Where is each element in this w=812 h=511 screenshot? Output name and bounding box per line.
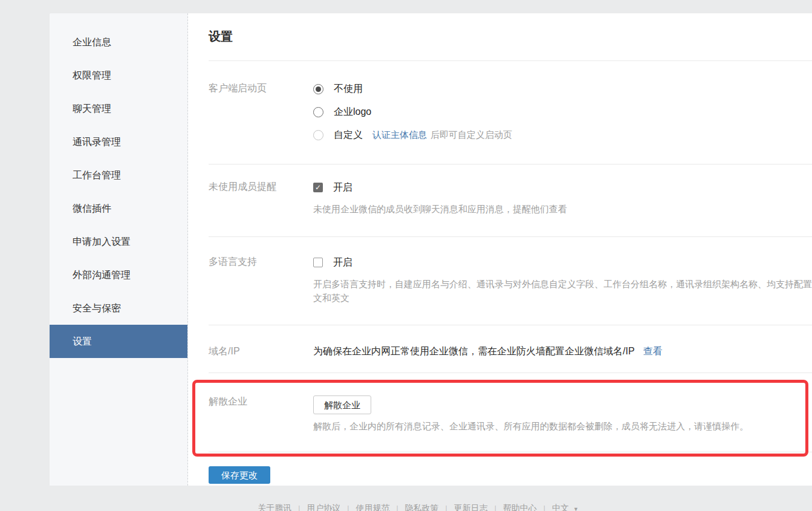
sidebar-item-chat-mgmt[interactable]: 聊天管理	[50, 92, 187, 125]
custom-option-hint: 后即可自定义启动页	[430, 129, 512, 141]
footer-separator: |	[488, 504, 503, 511]
footer-separator: |	[291, 504, 307, 511]
dissolve-enterprise-button[interactable]: 解散企业	[313, 395, 371, 414]
radio-option-no-use[interactable]: 不使用	[313, 81, 812, 97]
footer-link-privacy-policy[interactable]: 隐私政策	[405, 503, 439, 511]
checkbox-checked-icon[interactable]: ✓	[313, 183, 323, 192]
main-content: 设置 客户端启动页 不使用 企业logo 自定义 认证主体信息 后即可自定义启动…	[189, 13, 812, 486]
sidebar-item-contacts-mgmt[interactable]: 通讯录管理	[50, 125, 187, 158]
dissolve-warning-description: 解散后，企业内的所有消息记录、企业通讯录、所有应用的数据都会被删除，成员将无法进…	[313, 421, 812, 431]
sidebar-item-workbench-mgmt[interactable]: 工作台管理	[50, 158, 187, 192]
radio-option-label: 不使用	[334, 83, 363, 96]
footer-link-user-agreement[interactable]: 用户协议	[307, 503, 340, 511]
unused-reminder-description: 未使用企业微信的成员收到聊天消息和应用消息，提醒他们查看	[313, 202, 812, 216]
language-label: 中文	[552, 503, 569, 511]
footer-separator: |	[537, 504, 552, 511]
radio-option-enterprise-logo[interactable]: 企业logo	[313, 104, 812, 120]
toggle-label: 开启	[333, 181, 352, 194]
multilingual-toggle[interactable]: 开启	[313, 256, 812, 269]
verify-subject-info-link[interactable]: 认证主体信息	[372, 129, 427, 141]
page-title: 设置	[209, 13, 812, 61]
radio-option-custom: 自定义 认证主体信息 后即可自定义启动页	[313, 127, 812, 143]
section-dissolve-enterprise: 解散企业 解散企业 解散后，企业内的所有消息记录、企业通讯录、所有应用的数据都会…	[209, 373, 812, 452]
sidebar-item-join-settings[interactable]: 申请加入设置	[50, 225, 187, 258]
radio-option-label: 企业logo	[334, 106, 371, 119]
settings-panel: 企业信息 权限管理 聊天管理 通讯录管理 工作台管理 微信插件 申请加入设置 外…	[50, 13, 812, 486]
footer-separator: |	[389, 504, 404, 511]
footer-link-help-center[interactable]: 帮助中心	[503, 503, 537, 511]
page-footer: 关于腾讯|用户协议|使用规范|隐私政策|更新日志|帮助中心|中文▼	[0, 486, 812, 511]
footer-separator: |	[340, 504, 356, 511]
radio-disabled-icon	[313, 130, 323, 140]
unused-reminder-toggle[interactable]: ✓ 开启	[313, 181, 812, 194]
section-unused-member-reminder: 未使用成员提醒 ✓ 开启 未使用企业微信的成员收到聊天消息和应用消息，提醒他们查…	[209, 164, 812, 237]
sidebar-item-settings[interactable]: 设置	[50, 325, 187, 358]
section-label: 未使用成员提醒	[209, 181, 313, 216]
section-label: 多语言支持	[209, 256, 313, 305]
sidebar-item-external-comm[interactable]: 外部沟通管理	[50, 258, 187, 291]
domain-ip-description: 为确保在企业内网正常使用企业微信，需在企业防火墙配置企业微信域名/IP	[313, 346, 635, 356]
footer-link-changelog[interactable]: 更新日志	[454, 503, 488, 511]
multilingual-description-line1: 开启多语言支持时，自建应用名与介绍、通讯录与对外信息自定义字段、工作台分组名称，…	[313, 277, 812, 291]
section-multilingual-support: 多语言支持 开启 开启多语言支持时，自建应用名与介绍、通讯录与对外信息自定义字段…	[209, 237, 812, 325]
footer-link-about-tencent[interactable]: 关于腾讯	[258, 503, 291, 511]
footer-link-usage-rules[interactable]: 使用规范	[356, 503, 389, 511]
sidebar: 企业信息 权限管理 聊天管理 通讯录管理 工作台管理 微信插件 申请加入设置 外…	[50, 13, 188, 486]
caret-down-icon: ▼	[573, 506, 579, 511]
checkbox-unchecked-icon[interactable]	[313, 258, 323, 267]
toggle-label: 开启	[333, 256, 352, 269]
radio-unchecked-icon[interactable]	[313, 107, 323, 117]
sidebar-item-security[interactable]: 安全与保密	[50, 291, 187, 325]
domain-ip-text: 为确保在企业内网正常使用企业微信，需在企业防火墙配置企业微信域名/IP查看	[313, 345, 812, 357]
save-changes-button[interactable]: 保存更改	[209, 466, 270, 484]
view-link[interactable]: 查看	[643, 346, 663, 356]
sidebar-item-permission-mgmt[interactable]: 权限管理	[50, 59, 187, 92]
section-domain-ip: 域名/IP 为确保在企业内网正常使用企业微信，需在企业防火墙配置企业微信域名/I…	[209, 325, 812, 373]
multilingual-description-line2: 文和英文	[313, 291, 812, 305]
section-label: 客户端启动页	[209, 81, 313, 143]
footer-links: 关于腾讯|用户协议|使用规范|隐私政策|更新日志|帮助中心|中文▼	[258, 503, 579, 511]
sidebar-item-enterprise-info[interactable]: 企业信息	[50, 25, 187, 59]
section-label: 域名/IP	[209, 345, 313, 358]
radio-option-label: 自定义	[334, 129, 363, 142]
section-client-launch-page: 客户端启动页 不使用 企业logo 自定义 认证主体信息 后即可自定义启动页	[209, 61, 812, 164]
language-selector[interactable]: 中文▼	[552, 503, 579, 511]
footer-separator: |	[439, 504, 454, 511]
radio-checked-icon[interactable]	[313, 84, 323, 94]
section-label: 解散企业	[209, 395, 313, 431]
sidebar-item-wechat-plugin[interactable]: 微信插件	[50, 192, 187, 225]
